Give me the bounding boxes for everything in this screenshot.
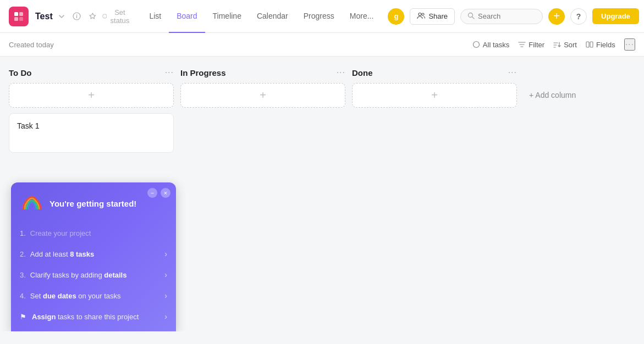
popup-item-1-text: Create your project [30,229,91,237]
rainbow-icon [20,191,44,215]
popup-item-3-left: 3. Clarify tasks by adding details [20,271,126,279]
column-todo-header: To Do ··· [9,68,174,77]
info-icon: i [73,12,81,20]
tab-calendar[interactable]: Calendar [249,0,296,33]
svg-rect-1 [19,12,23,16]
getting-started-popup: − × You're getting started! 1. Create yo… [11,182,176,331]
svg-point-8 [422,13,424,15]
circle-icon [102,13,107,20]
popup-item-2-num: 2. [20,250,26,258]
set-status-label: Set status [109,8,130,25]
popup-item-4-chevron: › [164,291,167,300]
popup-item-1[interactable]: 1. Create your project [11,223,176,243]
popup-item-4-num: 4. [20,292,26,300]
search-input[interactable] [478,12,536,20]
fields-icon [586,41,593,48]
all-tasks-label: All tasks [483,41,509,49]
column-todo-menu-btn[interactable]: ··· [165,68,174,77]
popup-item-3-num: 3. [20,271,26,279]
all-tasks-btn[interactable]: All tasks [472,41,509,49]
tab-timeline[interactable]: Timeline [205,0,249,33]
svg-rect-0 [14,12,18,16]
sort-icon [553,41,561,48]
column-done: Done ··· + [352,68,517,113]
svg-text:i: i [76,14,78,19]
info-btn[interactable]: i [70,11,83,21]
chevron-down-icon [58,13,65,20]
help-button[interactable]: ? [570,8,587,25]
popup-item-3-chevron: › [164,270,167,279]
nav-tabs: List Board Timeline Calendar Progress Mo… [141,0,381,33]
popup-item-5-left: ⚑ Assign tasks to share this project [20,313,139,321]
column-inprogress-menu-btn[interactable]: ··· [337,68,345,77]
popup-items: 1. Create your project 2. Add at least 8… [11,221,176,331]
task-card-1[interactable]: Task 1 [9,113,174,153]
user-avatar-left[interactable]: g [388,8,404,25]
popup-header: − × You're getting started! [11,182,176,221]
share-label: Share [428,12,448,20]
popup-item-2[interactable]: 2. Add at least 8 tasks › [11,243,176,264]
sort-btn[interactable]: Sort [553,41,577,49]
column-todo-title: To Do [9,68,31,77]
search-icon [467,12,475,21]
search-bar[interactable] [460,9,543,24]
svg-rect-2 [14,17,18,21]
column-done-header: Done ··· [352,68,517,77]
svg-point-9 [469,13,473,17]
project-title: Test [35,12,53,21]
header-right: g Share + ? Upgrade g [388,8,644,25]
more-options-btn[interactable]: ··· [624,38,635,51]
header: Test i Set status List Board Timeline Ca… [0,0,644,33]
column-done-menu-btn[interactable]: ··· [508,68,517,77]
add-plus-btn[interactable]: + [548,8,565,25]
app-logo[interactable] [9,7,29,26]
toolbar: Created today All tasks Filter Sort Fiel… [0,33,644,57]
add-column-btn[interactable]: + Add column [524,87,581,103]
popup-item-5-bold: Assign [32,313,56,321]
popup-title: You're getting started! [49,199,136,208]
tab-board[interactable]: Board [169,0,205,33]
svg-point-7 [419,13,421,15]
tab-more[interactable]: More... [342,0,382,33]
circle-check-icon [472,41,480,48]
add-card-todo-btn[interactable]: + [9,83,174,108]
popup-item-2-chevron: › [164,249,167,258]
svg-rect-12 [590,42,593,47]
fields-btn[interactable]: Fields [586,41,615,49]
column-inprogress: In Progress ··· + [180,68,345,113]
popup-minimize-btn[interactable]: − [147,188,157,198]
popup-item-5-text: Assign tasks to share this project [32,313,139,321]
popup-item-4-bold: due dates [43,292,76,300]
filter-label: Filter [529,41,544,49]
column-inprogress-header: In Progress ··· [180,68,345,77]
filter-btn[interactable]: Filter [518,41,544,49]
popup-item-4-left: 4. Set due dates on your tasks [20,292,121,300]
popup-close-btn[interactable]: × [161,188,170,198]
popup-item-5[interactable]: ⚑ Assign tasks to share this project › [11,306,176,327]
popup-item-3-text: Clarify tasks by adding details [30,271,127,279]
share-button[interactable]: Share [410,8,455,25]
upgrade-button[interactable]: Upgrade [592,8,639,24]
svg-point-6 [102,14,106,18]
add-card-inprogress-btn[interactable]: + [180,83,345,108]
add-card-done-btn[interactable]: + [352,83,517,108]
fields-label: Fields [596,41,615,49]
column-inprogress-title: In Progress [180,68,226,77]
project-dropdown-btn[interactable] [56,12,67,21]
project-title-area: Test i Set status [35,8,130,25]
tab-progress[interactable]: Progress [296,0,342,33]
board-area: To Do ··· + Task 1 In Progress ··· + Don… [0,57,644,331]
popup-item-3-bold: details [104,271,126,279]
popup-item-1-num: 1. [20,229,26,237]
toolbar-right: All tasks Filter Sort Fields ··· [472,38,635,51]
star-icon [89,12,97,20]
star-btn[interactable] [86,11,99,21]
popup-item-3[interactable]: 3. Clarify tasks by adding details › [11,264,176,285]
popup-item-5-chevron: › [164,312,167,321]
created-label: Created today [9,41,54,49]
tab-list[interactable]: List [141,0,169,33]
popup-item-2-left: 2. Add at least 8 tasks [20,250,94,258]
popup-item-4[interactable]: 4. Set due dates on your tasks › [11,285,176,306]
svg-rect-11 [586,42,589,47]
set-status-btn[interactable]: Set status [102,8,131,25]
